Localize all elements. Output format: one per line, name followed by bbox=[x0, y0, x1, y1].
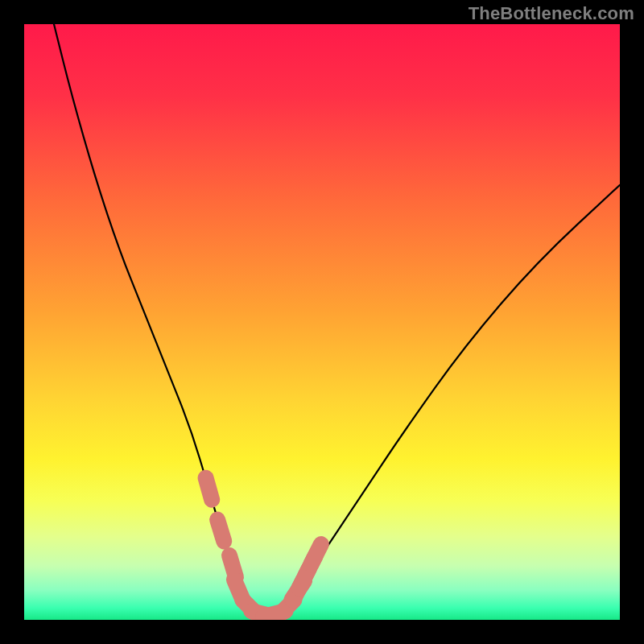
plot-area bbox=[24, 24, 620, 620]
marker-dot bbox=[311, 544, 321, 564]
watermark-text: TheBottleneck.com bbox=[469, 3, 634, 24]
outer-frame: TheBottleneck.com bbox=[0, 0, 644, 644]
chart-svg bbox=[24, 24, 620, 620]
marker-dot bbox=[206, 478, 213, 500]
marker-dot bbox=[217, 520, 224, 542]
gradient-rect bbox=[24, 24, 620, 620]
